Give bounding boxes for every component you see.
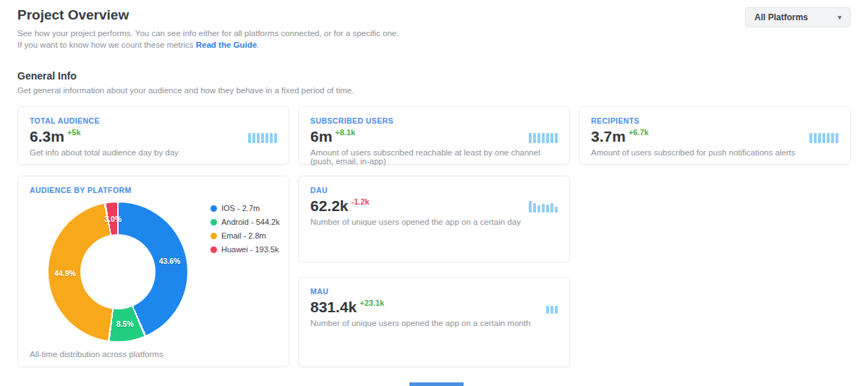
bar: [555, 207, 558, 213]
bar: [248, 133, 251, 143]
bar: [809, 133, 812, 143]
bar: [537, 133, 540, 143]
bar: [550, 203, 553, 213]
metric-value-row: 3.7m +6.7k: [591, 129, 838, 144]
legend-item: IOS - 2.7m: [210, 204, 280, 213]
section-title-general-info: General Info: [17, 70, 77, 82]
card-title-recipients: RECIPIENTS: [591, 116, 838, 125]
mini-bar-chart-icon: [529, 201, 558, 213]
bar: [542, 133, 545, 143]
bar: [533, 133, 536, 143]
mau-card: MAU 831.4k +23.1k Number of unique users…: [298, 277, 570, 367]
recipients-description: Amount of users subscribed for push noti…: [591, 148, 838, 157]
legend-color-dot: [210, 233, 217, 239]
subscribed-users-description: Amount of users subscribed reachable at …: [310, 148, 558, 166]
dau-description: Number of unique users opened the app on…: [310, 218, 558, 226]
recipients-value: 3.7m: [591, 129, 626, 144]
legend-item: Email - 2.8m: [210, 231, 280, 240]
recipients-card: RECIPIENTS 3.7m +6.7k Amount of users su…: [579, 106, 851, 165]
subscribed-users-value: 6m: [310, 129, 332, 144]
bar: [822, 133, 825, 143]
card-title-audience-by-platform: AUDIENCE BY PLATFORM: [30, 186, 277, 194]
dau-value: 62.2k: [310, 198, 349, 213]
chevron-down-icon: ▾: [838, 14, 841, 21]
bar: [257, 133, 260, 143]
bar: [550, 133, 553, 143]
bar: [831, 133, 834, 143]
page-description-line2-text: If you want to know how we count these m…: [17, 40, 196, 49]
metric-value-row: 831.4k +23.1k: [310, 299, 558, 314]
total-audience-value: 6.3m: [30, 129, 64, 144]
donut-percent-label: 3.0%: [104, 215, 122, 223]
page-description-line2: If you want to know how we count these m…: [17, 40, 259, 49]
legend-color-dot: [210, 219, 217, 226]
mau-delta: +23.1k: [359, 299, 384, 307]
bar: [818, 133, 821, 143]
legend-label: Android - 544.2k: [221, 218, 280, 226]
donut-percent-label: 44.9%: [54, 269, 76, 278]
metric-value-row: 6.3m +5k: [30, 129, 277, 144]
dau-delta: -1.2k: [352, 198, 370, 206]
chart-legend: IOS - 2.7mAndroid - 544.2kEmail - 2.8mHu…: [210, 204, 280, 259]
subscribed-users-delta: +8.1k: [335, 129, 355, 137]
platform-selector-dropdown[interactable]: All Platforms ▾: [745, 7, 851, 27]
donut-percent-label: 8.5%: [116, 319, 134, 328]
legend-color-dot: [210, 205, 217, 212]
bar: [546, 306, 549, 314]
bar: [550, 306, 553, 314]
bar: [533, 203, 536, 213]
platform-donut-chart: 43.6%8.5%44.9%3.0%: [48, 202, 187, 341]
page-description-line2-period: .: [257, 40, 259, 49]
next-section-peek-bar: [409, 382, 464, 386]
bar: [827, 133, 830, 143]
bar: [537, 205, 540, 213]
bar: [252, 133, 255, 143]
bar: [546, 205, 549, 213]
legend-item: Android - 544.2k: [210, 218, 280, 226]
mau-description: Number of unique users opened the app on…: [310, 319, 558, 327]
bar: [261, 133, 264, 143]
subscribed-users-card: SUBSCRIBED USERS 6m +8.1k Amount of user…: [298, 106, 570, 165]
total-audience-description: Get info about total audience day by day: [30, 148, 277, 157]
project-overview-page: Project Overview See how your project pe…: [0, 0, 868, 386]
bar: [529, 133, 532, 143]
page-description-line1: See how your project performs. You can s…: [17, 29, 399, 38]
read-the-guide-link[interactable]: Read the Guide: [196, 40, 257, 49]
mini-bar-chart-icon: [529, 132, 558, 143]
card-title-total-audience: TOTAL AUDIENCE: [30, 116, 277, 125]
donut-percent-label: 43.6%: [159, 257, 181, 265]
platform-selector-value: All Platforms: [754, 12, 808, 22]
total-audience-card: TOTAL AUDIENCE 6.3m +5k Get info about t…: [17, 106, 289, 165]
bar: [270, 133, 273, 143]
card-title-dau: DAU: [310, 186, 558, 194]
bar: [529, 201, 532, 213]
bar: [546, 133, 549, 143]
section-subtitle: Get general information about your audie…: [17, 86, 354, 95]
bar: [265, 133, 268, 143]
bar: [814, 133, 817, 143]
audience-by-platform-card: AUDIENCE BY PLATFORM 43.6%8.5%44.9%3.0% …: [17, 176, 289, 367]
card-title-subscribed-users: SUBSCRIBED USERS: [310, 116, 558, 125]
legend-label: Huawei - 193.5k: [221, 245, 279, 254]
total-audience-delta: +5k: [67, 129, 81, 137]
bar: [555, 306, 558, 314]
card-title-mau: MAU: [310, 287, 558, 296]
legend-item: Huawei - 193.5k: [210, 245, 280, 254]
page-title: Project Overview: [17, 7, 129, 23]
bar: [542, 204, 545, 213]
legend-label: IOS - 2.7m: [221, 204, 260, 213]
mini-bar-chart-icon: [546, 302, 558, 314]
mini-bar-chart-icon: [248, 132, 277, 143]
mau-value: 831.4k: [310, 299, 357, 314]
legend-color-dot: [210, 246, 217, 253]
bar: [555, 133, 558, 143]
bar: [274, 133, 277, 143]
metric-value-row: 6m +8.1k: [310, 129, 558, 144]
metric-value-row: 62.2k -1.2k: [310, 198, 558, 213]
chart-caption: All-time distribution across platforms: [30, 350, 163, 359]
dau-card: DAU 62.2k -1.2k Number of unique users o…: [298, 176, 570, 262]
mini-bar-chart-icon: [809, 132, 838, 143]
recipients-delta: +6.7k: [629, 129, 649, 137]
bar: [835, 133, 838, 143]
legend-label: Email - 2.8m: [221, 231, 266, 240]
